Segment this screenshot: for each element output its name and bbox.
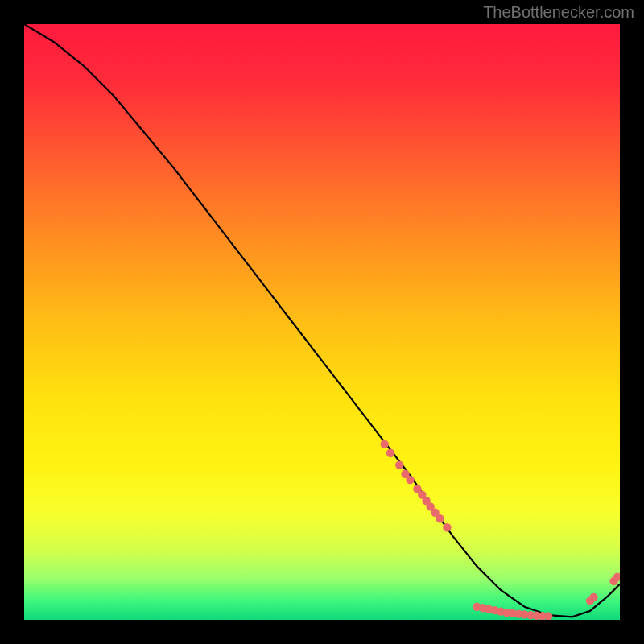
data-marker [381,440,389,448]
watermark-text: TheBottlenecker.com [483,3,634,22]
data-marker [395,460,403,469]
plot-area [24,24,620,620]
chart-container: TheBottlenecker.com [0,0,644,644]
data-marker [406,476,414,484]
gradient-background [24,24,620,620]
data-marker [386,449,394,457]
chart-svg [24,24,620,620]
data-marker [443,523,451,531]
data-marker [436,514,444,522]
data-marker [589,593,597,601]
